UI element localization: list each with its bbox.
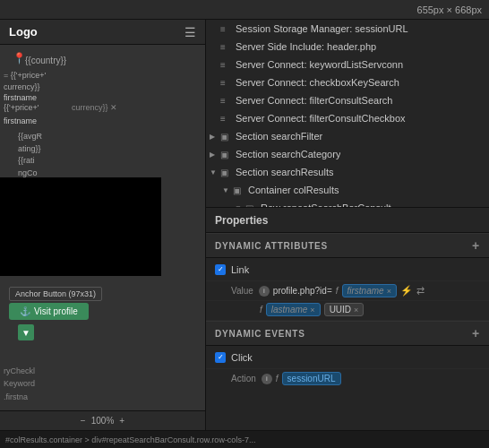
action-info-icon: i — [262, 374, 272, 384]
formula-block1: = {{'+price+'currency}} — [4, 70, 46, 92]
tree-item-icon: ≡ — [220, 42, 233, 52]
tree-arrow: ▶ — [210, 133, 220, 141]
value-prefix-text: profile.php?id= — [273, 286, 332, 296]
bottom-line1: ryCheckl — [4, 365, 202, 377]
uuid-tag-label: UUID — [330, 305, 351, 314]
rating-count1: {{rati — [18, 155, 42, 168]
uuid-tag[interactable]: UUID × — [324, 303, 365, 316]
tree-item-label: Server Connect: filterConsultCheckbox — [236, 113, 406, 124]
tree-item-0[interactable]: ≡Session Storage Manager: sessionURL — [206, 20, 489, 38]
visit-btn-container: Anchor Button (97x31) ⚓ Visit profile — [9, 287, 102, 320]
f-prefix-lastname: f — [260, 305, 262, 314]
formula-price: {{'+price+' — [4, 103, 39, 112]
canvas-panel: Logo ☰ 📍 {{country}} = {{'+price+'curren… — [0, 20, 206, 430]
dynamic-events-label: DYNAMIC EVENTS — [215, 329, 305, 339]
zoom-out-button[interactable]: − — [81, 416, 86, 426]
visit-tooltip: Anchor Button (97x31) — [9, 287, 102, 301]
tree-item-label: Section searchResults — [236, 167, 333, 177]
tree-item-8[interactable]: ▼▣Section searchResults — [206, 163, 489, 181]
dimensions-label: 655px × 668px — [417, 4, 482, 15]
main-area: Logo ☰ 📍 {{country}} = {{'+price+'curren… — [0, 20, 489, 430]
map-pin-icon: 📍 — [13, 52, 26, 65]
tree-item-1[interactable]: ≡Server Side Include: header.php — [206, 38, 489, 56]
hamburger-icon[interactable]: ☰ — [184, 25, 196, 39]
tree-item-icon: ▣ — [220, 168, 233, 177]
action-row: Action i f sessionURL — [206, 369, 489, 388]
session-url-tag[interactable]: sessionURL — [282, 372, 341, 385]
value-label: Value — [231, 286, 253, 296]
tree-item-6[interactable]: ▶▣Section searchFilter — [206, 127, 489, 145]
click-checkbox[interactable]: ✓ — [215, 352, 226, 363]
link-checkbox[interactable]: ✓ — [215, 264, 226, 275]
down-arrow-button[interactable]: ▼ — [18, 324, 34, 340]
dynamic-attributes-label: DYNAMIC ATTRIBUTES — [215, 241, 328, 251]
uuid-tag-close[interactable]: × — [354, 306, 358, 314]
canvas-header: Logo ☰ — [0, 20, 205, 45]
logo-text: Logo — [9, 25, 38, 39]
tree-item-2[interactable]: ≡Server Connect: keywordListServconn — [206, 56, 489, 73]
currency-close: currency}} ✕ — [72, 103, 117, 112]
tree-item-label: Server Side Include: header.php — [236, 41, 376, 52]
bottom-line2: Keyword — [4, 377, 202, 390]
add-dynamic-event-button[interactable]: + — [472, 326, 480, 340]
tree-item-7[interactable]: ▶▣Section searchCategory — [206, 145, 489, 163]
lastname-tag-label: lastname — [271, 305, 308, 314]
bottom-line3: .firstna — [4, 391, 202, 403]
anchor-icon: ⚓ — [20, 306, 30, 316]
firstname-tag[interactable]: firstname × — [342, 284, 397, 297]
link-prop-row: ✓ Link — [206, 258, 489, 281]
properties-panel: Properties DYNAMIC ATTRIBUTES + ✓ Link V… — [206, 208, 489, 430]
tree-item-icon: ≡ — [220, 114, 233, 124]
tree-item-9[interactable]: ▼▣Container colResults — [206, 181, 489, 199]
tree-item-label: Session Storage Manager: sessionURL — [236, 23, 408, 34]
value-tags-row: f lastname × UUID × — [206, 301, 489, 321]
tree-item-icon: ≡ — [220, 60, 233, 70]
tree-item-label: Section searchCategory — [236, 149, 340, 159]
tree-item-icon: ▣ — [220, 150, 233, 159]
tree-item-label: Server Connect: checkboxKeySearch — [236, 77, 399, 88]
session-url-label: sessionURL — [287, 374, 336, 383]
add-dynamic-attribute-button[interactable]: + — [472, 238, 480, 253]
info-icon: i — [259, 286, 270, 297]
equals-icon: = — [4, 71, 8, 80]
value-prop-row: Value i profile.php?id= f firstname × ⚡ … — [206, 281, 489, 301]
lastname-tag-close[interactable]: × — [310, 306, 314, 314]
properties-title: Properties — [215, 214, 268, 227]
zoom-level: 100% — [91, 416, 115, 426]
visit-profile-label: Visit profile — [34, 306, 78, 316]
country-field: {{country}} — [25, 56, 66, 65]
avg-rating: {{avgR — [18, 131, 42, 143]
tree-panel: ≡Session Storage Manager: sessionURL ≡Se… — [206, 20, 489, 208]
tree-item-label: Container colResults — [248, 185, 339, 195]
lastname-tag[interactable]: lastname × — [266, 303, 321, 316]
tree-item-4[interactable]: ≡Server Connect: filterConsultSearch — [206, 91, 489, 109]
tree-item-10[interactable]: ▼▣Row repeatSearchBarConsult — [206, 199, 489, 208]
tree-arrow: ▼ — [210, 168, 220, 177]
properties-header: Properties — [206, 208, 489, 233]
tree-arrow: ▼ — [222, 186, 233, 194]
canvas-bottom-bar: − 100% + — [0, 410, 205, 430]
f-prefix-session: f — [276, 374, 279, 383]
right-panel: ≡Session Storage Manager: sessionURL ≡Se… — [206, 20, 489, 430]
firstname-tag-close[interactable]: × — [387, 287, 391, 296]
tree-container: ≡Session Storage Manager: sessionURL ≡Se… — [206, 20, 489, 208]
firstname-label2: firstname — [4, 116, 37, 125]
bottom-elements: ryCheckl Keyword .firstna — [0, 365, 205, 403]
dynamic-attributes-section: DYNAMIC ATTRIBUTES + — [206, 233, 489, 258]
zoom-in-button[interactable]: + — [119, 416, 124, 426]
visit-profile-button[interactable]: ⚓ Visit profile — [9, 303, 89, 320]
tree-item-5[interactable]: ≡Server Connect: filterConsultCheckbox — [206, 109, 489, 127]
link-label: Link — [231, 264, 249, 275]
black-box — [0, 177, 161, 276]
tree-item-icon: ≡ — [220, 96, 233, 106]
click-prop-row: ✓ Click — [206, 346, 489, 369]
avg-rating2: ating}} — [18, 143, 42, 156]
dynamic-events-section: DYNAMIC EVENTS + — [206, 321, 489, 346]
tree-item-icon: ▣ — [220, 132, 233, 142]
tree-item-3[interactable]: ≡Server Connect: checkboxKeySearch — [206, 73, 489, 91]
tree-item-icon: ≡ — [220, 78, 233, 88]
top-bar: 655px × 668px — [0, 0, 489, 20]
firstname-label1: firstname — [4, 93, 37, 102]
tree-item-label: Server Connect: filterConsultSearch — [236, 95, 392, 106]
swap-icon: ⇄ — [416, 285, 425, 297]
